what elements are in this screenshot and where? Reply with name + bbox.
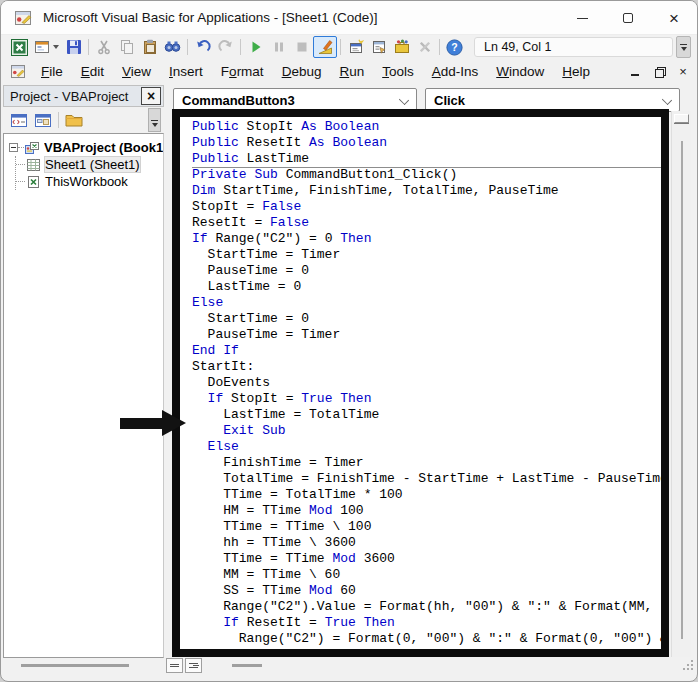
tree-label-sheet1: Sheet1 (Sheet1) xyxy=(45,157,140,172)
break-icon xyxy=(273,41,285,53)
code-line: StartTime = 0 xyxy=(192,311,661,327)
menu-bar: FileEditViewInsertFormatDebugRunToolsAdd… xyxy=(1,59,697,83)
annotation-arrow-head xyxy=(162,410,186,436)
code-line: StartTime = Timer xyxy=(192,247,661,263)
code-editor[interactable]: Public StopIt As BooleanPublic ResetIt A… xyxy=(180,117,661,649)
copy-icon xyxy=(119,39,135,55)
insert-userform-button[interactable] xyxy=(31,36,62,58)
code-line: If ResetIt = True Then xyxy=(192,615,661,631)
code-line: Public LastTime xyxy=(192,151,661,167)
minimize-button[interactable] xyxy=(559,1,605,35)
project-toolbar-overflow-button[interactable] xyxy=(148,108,161,132)
child-minimize-button[interactable] xyxy=(627,63,643,78)
collapse-expander-icon[interactable] xyxy=(9,143,18,152)
cursor-position-text: Ln 49, Col 1 xyxy=(484,40,551,54)
chevron-down-icon xyxy=(662,95,672,105)
object-browser-icon xyxy=(417,39,433,55)
object-browser-button[interactable] xyxy=(413,36,436,58)
tree-label-vbaproject: VBAProject (Book1 xyxy=(44,140,163,155)
menu-format[interactable]: Format xyxy=(212,61,273,82)
menu-file[interactable]: File xyxy=(32,61,72,82)
split-handle[interactable] xyxy=(674,114,689,123)
resize-grip[interactable] xyxy=(682,659,694,671)
toolbar-separator xyxy=(439,39,440,55)
paste-icon xyxy=(142,39,158,55)
break-button[interactable] xyxy=(267,36,290,58)
code-line: FinishTime = Timer xyxy=(192,455,661,471)
reset-button[interactable] xyxy=(290,36,313,58)
project-panel-close-button[interactable]: × xyxy=(141,87,161,105)
menu-window[interactable]: Window xyxy=(487,61,553,82)
code-window-icon xyxy=(10,64,26,79)
find-button[interactable] xyxy=(161,36,184,58)
standard-toolbar: ? Ln 49, Col 1 xyxy=(1,35,697,59)
design-mode-icon xyxy=(318,40,333,55)
procedure-view-icon xyxy=(170,664,179,665)
menu-view[interactable]: View xyxy=(113,61,160,82)
code-line: Public ResetIt As Boolean xyxy=(192,135,661,151)
redo-button[interactable] xyxy=(214,36,237,58)
scrollbar-thumb[interactable] xyxy=(21,664,129,667)
paste-button[interactable] xyxy=(138,36,161,58)
maximize-button[interactable] xyxy=(605,1,651,35)
window-title: Microsoft Visual Basic for Applications … xyxy=(43,10,377,25)
menu-debug[interactable]: Debug xyxy=(273,61,331,82)
menu-tools[interactable]: Tools xyxy=(373,61,423,82)
save-button[interactable] xyxy=(62,36,85,58)
code-line: LastTime = 0 xyxy=(192,279,661,295)
menu-addins[interactable]: Add-Ins xyxy=(423,61,488,82)
code-line: Public StopIt As Boolean xyxy=(192,119,661,135)
project-tree[interactable]: VBAProject (Book1 Sheet1 (Sheet1) ThisWo… xyxy=(3,133,164,658)
cut-button[interactable] xyxy=(92,36,115,58)
code-line: Else xyxy=(192,439,661,455)
menu-edit[interactable]: Edit xyxy=(72,61,113,82)
tree-item-sheet1[interactable]: Sheet1 (Sheet1) xyxy=(16,156,163,173)
toolbar-separator xyxy=(58,112,59,128)
toolbox-button[interactable] xyxy=(390,36,413,58)
undo-button[interactable] xyxy=(191,36,214,58)
project-explorer-icon xyxy=(348,39,364,55)
menu-insert[interactable]: Insert xyxy=(160,61,212,82)
menu-run[interactable]: Run xyxy=(330,61,373,82)
menu-help[interactable]: Help xyxy=(553,61,599,82)
annotation-rectangle: Public StopIt As BooleanPublic ResetIt A… xyxy=(172,109,669,657)
properties-window-button[interactable] xyxy=(367,36,390,58)
code-line: Exit Sub xyxy=(192,423,661,439)
view-object-button[interactable] xyxy=(31,109,55,131)
tree-item-vbaproject[interactable]: VBAProject (Book1 xyxy=(4,139,163,156)
project-explorer-button[interactable] xyxy=(344,36,367,58)
code-line: If Range("C2") = 0 Then xyxy=(192,231,661,247)
code-line: Else xyxy=(192,295,661,311)
code-line: TTime = TTime \ 100 xyxy=(192,519,661,535)
code-line: StartIt: xyxy=(192,359,661,375)
toggle-folders-button[interactable] xyxy=(62,109,86,131)
view-excel-button[interactable] xyxy=(8,36,31,58)
close-button[interactable]: × xyxy=(651,1,697,35)
toolbar-separator xyxy=(240,39,241,55)
view-code-icon xyxy=(10,113,28,128)
design-mode-button[interactable] xyxy=(313,36,337,58)
procedure-dropdown-value: Click xyxy=(434,93,465,108)
project-panel-header: Project - VBAProject × xyxy=(3,85,164,107)
child-close-button[interactable]: × xyxy=(675,63,691,78)
worksheet-icon xyxy=(26,158,41,172)
child-restore-button[interactable] xyxy=(651,63,667,78)
code-vertical-scrollbar[interactable] xyxy=(671,111,691,657)
run-button[interactable] xyxy=(244,36,267,58)
project-horizontal-scrollbar[interactable] xyxy=(3,658,164,672)
view-code-button[interactable] xyxy=(7,109,31,131)
scrollbar-thumb[interactable] xyxy=(232,664,262,667)
procedure-view-button[interactable] xyxy=(166,658,183,673)
toolbar-options-button[interactable] xyxy=(676,36,691,58)
full-module-view-icon xyxy=(189,663,198,664)
scrollbar-thumb[interactable] xyxy=(681,141,683,639)
close-icon: × xyxy=(679,65,687,78)
copy-button[interactable] xyxy=(115,36,138,58)
full-module-view-button[interactable] xyxy=(185,658,202,673)
help-button[interactable]: ? xyxy=(443,36,466,58)
find-icon xyxy=(164,39,181,55)
view-object-icon xyxy=(34,113,52,128)
tree-item-thisworkbook[interactable]: ThisWorkbook xyxy=(16,173,163,190)
toolbar-options-icon xyxy=(680,44,687,45)
annotation-arrow xyxy=(120,418,164,429)
